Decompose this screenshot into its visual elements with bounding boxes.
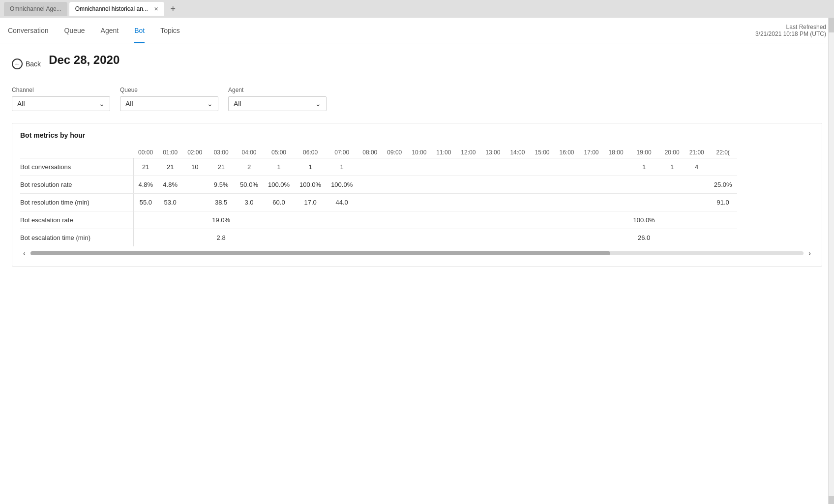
tab-2-label: Omnichannel historical an... (75, 5, 148, 12)
close-icon[interactable]: ✕ (154, 6, 158, 12)
row-label-3: Bot escalation rate (20, 211, 133, 229)
col-header-6: 06:00 (295, 147, 326, 158)
tab-1-label: Omnichannel Age... (10, 5, 61, 12)
cell-2-9 (382, 194, 407, 211)
cell-3-16 (554, 211, 579, 229)
cell-0-4: 2 (235, 158, 263, 176)
back-circle-icon: ← (12, 59, 23, 69)
channel-dropdown[interactable]: All ⌄ (12, 96, 110, 111)
cell-2-22: 91.0 (709, 194, 737, 211)
cell-2-13 (480, 194, 505, 211)
browser-tab-2[interactable]: Omnichannel historical an... ✕ (69, 2, 164, 16)
cell-4-16 (554, 229, 579, 247)
cell-3-1 (158, 211, 182, 229)
cell-1-12 (456, 176, 480, 194)
col-header-16: 16:00 (554, 147, 579, 158)
nav-item-bot[interactable]: Bot (126, 18, 152, 43)
col-header-14: 14:00 (505, 147, 530, 158)
cell-0-6: 1 (295, 158, 326, 176)
new-tab-button[interactable]: + (166, 2, 180, 16)
cell-4-11 (431, 229, 456, 247)
cell-4-21 (685, 229, 709, 247)
app-container: Conversation Queue Agent Bot Topics Last… (0, 18, 834, 504)
cell-2-15 (530, 194, 554, 211)
cell-2-2 (182, 194, 207, 211)
cell-4-8 (357, 229, 382, 247)
cell-2-10 (407, 194, 431, 211)
col-header-13: 13:00 (480, 147, 505, 158)
cell-1-6: 100.0% (295, 176, 326, 194)
cell-0-3: 21 (207, 158, 235, 176)
cell-3-13 (480, 211, 505, 229)
cell-4-5 (263, 229, 295, 247)
agent-dropdown[interactable]: All ⌄ (228, 96, 327, 111)
cell-1-20 (660, 176, 685, 194)
cell-2-11 (431, 194, 456, 211)
cell-3-10 (407, 211, 431, 229)
cell-1-10 (407, 176, 431, 194)
last-refreshed-value: 3/21/2021 10:18 PM (UTC) (755, 30, 826, 37)
back-button[interactable]: ← Back (12, 59, 41, 69)
cell-4-9 (382, 229, 407, 247)
cell-1-13 (480, 176, 505, 194)
table-row: Bot escalation time (min)2.826.0 (20, 229, 737, 247)
cell-1-19 (628, 176, 660, 194)
cell-4-18 (604, 229, 628, 247)
row-label-0: Bot conversations (20, 158, 133, 176)
back-label: Back (26, 60, 41, 68)
cell-0-16 (554, 158, 579, 176)
nav-item-agent[interactable]: Agent (93, 18, 127, 43)
new-tab-label: + (171, 4, 176, 14)
cell-3-4 (235, 211, 263, 229)
table-row: Bot escalation rate19.0%100.0% (20, 211, 737, 229)
nav-item-conversation[interactable]: Conversation (8, 18, 57, 43)
scroll-left-arrow[interactable]: ‹ (20, 248, 29, 258)
channel-filter-group: Channel All ⌄ (12, 87, 110, 111)
col-header-11: 11:00 (431, 147, 456, 158)
cell-1-0: 4.8% (133, 176, 158, 194)
scroll-track[interactable] (30, 251, 804, 255)
table-scroll-container[interactable]: 00:0001:0002:0003:0004:0005:0006:0007:00… (20, 147, 814, 246)
col-header-3: 03:00 (207, 147, 235, 158)
cell-1-2 (182, 176, 207, 194)
cell-2-0: 55.0 (133, 194, 158, 211)
table-row: Bot conversations212110212111114 (20, 158, 737, 176)
queue-filter-label: Queue (120, 87, 218, 93)
cell-0-19: 1 (628, 158, 660, 176)
cell-4-10 (407, 229, 431, 247)
queue-dropdown[interactable]: All ⌄ (120, 96, 218, 111)
scroll-right-arrow[interactable]: › (805, 248, 814, 258)
nav-item-queue[interactable]: Queue (57, 18, 93, 43)
cell-3-19: 100.0% (628, 211, 660, 229)
col-header-8: 08:00 (357, 147, 382, 158)
cell-2-16 (554, 194, 579, 211)
table-header-empty (20, 147, 133, 158)
page-scrollbar[interactable] (828, 18, 834, 504)
cell-4-7 (326, 229, 357, 247)
browser-tab-1[interactable]: Omnichannel Age... (4, 2, 67, 16)
col-header-10: 10:00 (407, 147, 431, 158)
cell-2-8 (357, 194, 382, 211)
cell-0-21: 4 (685, 158, 709, 176)
cell-3-15 (530, 211, 554, 229)
cell-0-10 (407, 158, 431, 176)
col-header-9: 09:00 (382, 147, 407, 158)
cell-3-14 (505, 211, 530, 229)
cell-0-13 (480, 158, 505, 176)
agent-filter-label: Agent (228, 87, 327, 93)
cell-4-0 (133, 229, 158, 247)
nav-item-topics[interactable]: Topics (152, 18, 188, 43)
scrollbar-thumb-bottom (829, 496, 834, 504)
metrics-title: Bot metrics by hour (20, 131, 814, 139)
cell-0-0: 21 (133, 158, 158, 176)
col-header-12: 12:00 (456, 147, 480, 158)
chevron-down-icon: ⌄ (315, 100, 321, 108)
horizontal-scrollbar[interactable]: ‹ › (20, 248, 814, 258)
col-header-4: 04:00 (235, 147, 263, 158)
cell-1-16 (554, 176, 579, 194)
cell-0-12 (456, 158, 480, 176)
scrollbar-thumb-top (829, 18, 834, 32)
cell-0-14 (505, 158, 530, 176)
cell-3-12 (456, 211, 480, 229)
cell-3-8 (357, 211, 382, 229)
